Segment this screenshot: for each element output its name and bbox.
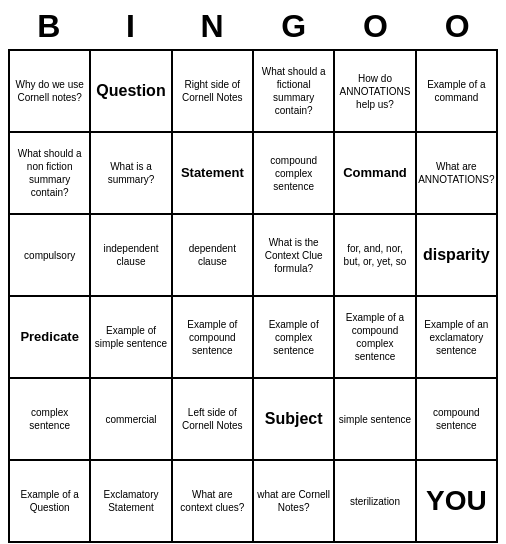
bingo-cell-28: simple sentence: [335, 379, 416, 461]
bingo-cell-24: complex sentence: [10, 379, 91, 461]
bingo-cell-4: How do ANNOTATIONS help us?: [335, 51, 416, 133]
bingo-cell-33: what are Cornell Notes?: [254, 461, 335, 543]
bingo-cell-11: What are ANNOTATIONS?: [417, 133, 498, 215]
bingo-cell-25: commercial: [91, 379, 172, 461]
bingo-cell-20: Example of compound sentence: [173, 297, 254, 379]
bingo-cell-34: sterilization: [335, 461, 416, 543]
bingo-cell-30: Example of a Question: [10, 461, 91, 543]
bingo-cell-1: Question: [91, 51, 172, 133]
bingo-cell-13: independent clause: [91, 215, 172, 297]
bingo-cell-7: What is a summary?: [91, 133, 172, 215]
title-o1: O: [335, 8, 417, 45]
bingo-cell-22: Example of a compound complex sentence: [335, 297, 416, 379]
bingo-cell-35: YOU: [417, 461, 498, 543]
title-n: N: [171, 8, 253, 45]
bingo-cell-14: dependent clause: [173, 215, 254, 297]
bingo-title: B I N G O O: [8, 8, 498, 45]
title-o2: O: [416, 8, 498, 45]
bingo-cell-27: Subject: [254, 379, 335, 461]
bingo-cell-23: Example of an exclamatory sentence: [417, 297, 498, 379]
bingo-cell-26: Left side of Cornell Notes: [173, 379, 254, 461]
bingo-cell-17: disparity: [417, 215, 498, 297]
bingo-cell-31: Exclamatory Statement: [91, 461, 172, 543]
bingo-cell-2: Right side of Cornell Notes: [173, 51, 254, 133]
title-b: B: [8, 8, 90, 45]
bingo-cell-15: What is the Context Clue formula?: [254, 215, 335, 297]
bingo-cell-5: Example of a command: [417, 51, 498, 133]
bingo-cell-0: Why do we use Cornell notes?: [10, 51, 91, 133]
bingo-cell-21: Example of complex sentence: [254, 297, 335, 379]
bingo-cell-9: compound complex sentence: [254, 133, 335, 215]
bingo-cell-10: Command: [335, 133, 416, 215]
bingo-cell-16: for, and, nor, but, or, yet, so: [335, 215, 416, 297]
bingo-cell-8: Statement: [173, 133, 254, 215]
title-g: G: [253, 8, 335, 45]
bingo-cell-32: What are context clues?: [173, 461, 254, 543]
title-i: I: [90, 8, 172, 45]
bingo-cell-3: What should a fictional summary contain?: [254, 51, 335, 133]
bingo-cell-6: What should a non fiction summary contai…: [10, 133, 91, 215]
bingo-cell-29: compound sentence: [417, 379, 498, 461]
bingo-grid: Why do we use Cornell notes?QuestionRigh…: [8, 49, 498, 543]
bingo-cell-12: compulsory: [10, 215, 91, 297]
bingo-cell-19: Example of simple sentence: [91, 297, 172, 379]
bingo-cell-18: Predicate: [10, 297, 91, 379]
